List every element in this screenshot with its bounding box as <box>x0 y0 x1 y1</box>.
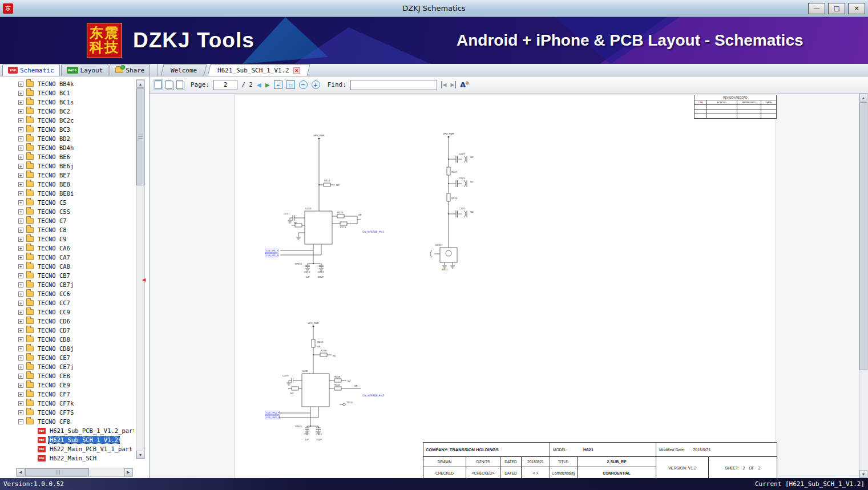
expander-plus-icon[interactable]: + <box>18 401 23 406</box>
expander-plus-icon[interactable]: + <box>18 246 23 251</box>
facing-view-icon[interactable] <box>176 80 183 89</box>
zoom-out-icon[interactable]: − <box>299 80 308 89</box>
tree-folder-item[interactable]: +TECNO BD4h <box>0 143 134 152</box>
close-button[interactable]: × <box>848 3 865 14</box>
tree-folder-item[interactable]: +TECNO BE7 <box>0 171 134 180</box>
expander-plus-icon[interactable]: + <box>18 191 23 196</box>
tree-folder-item[interactable]: +TECNO BC1 <box>0 88 134 98</box>
tree-folder-item[interactable]: +TECNO CE7 <box>0 353 134 362</box>
expander-plus-icon[interactable]: + <box>18 118 23 123</box>
tree-folder-item[interactable]: +TECNO CF7 <box>0 390 134 399</box>
tree-folder-item[interactable]: +TECNO CF7k <box>0 399 134 408</box>
scroll-down-icon[interactable]: ▼ <box>136 451 144 459</box>
expander-plus-icon[interactable]: + <box>18 145 23 151</box>
tree-folder-item[interactable]: +TECNO CD6 <box>0 317 134 326</box>
fit-width-icon[interactable]: ↔ <box>274 80 282 89</box>
find-input[interactable] <box>350 80 437 90</box>
sidebar-vertical-scrollbar[interactable]: ▲ ▼ <box>136 79 145 459</box>
expander-plus-icon[interactable]: + <box>18 164 23 169</box>
expander-plus-icon[interactable]: + <box>18 173 23 178</box>
tree-folder-item[interactable]: +TECNO CE7j <box>0 362 134 371</box>
tree-folder-item[interactable]: +TECNO BC2c <box>0 116 134 125</box>
expander-plus-icon[interactable]: + <box>18 410 23 415</box>
tree-folder-item[interactable]: +TECNO CB7 <box>0 271 134 280</box>
sidebar-splitter-arrow[interactable]: ◀ <box>142 277 146 282</box>
tree-folder-item[interactable]: +TECNO CC9 <box>0 307 134 317</box>
expander-plus-icon[interactable]: + <box>18 273 23 278</box>
expander-plus-icon[interactable]: + <box>18 200 23 205</box>
page-input[interactable] <box>213 80 237 90</box>
tree-folder-item[interactable]: +TECNO CC7 <box>0 298 134 307</box>
tab-layout[interactable]: PADS Layout <box>61 64 109 76</box>
tree-folder-item[interactable]: +TECNO BE8i <box>0 189 134 198</box>
tree-file-item[interactable]: PDFH621_Sub_SCH_1_V1.2 <box>0 435 134 444</box>
tab-share[interactable]: Share <box>110 64 150 76</box>
close-tab-icon[interactable]: × <box>293 67 300 74</box>
scrollbar-thumb[interactable] <box>25 468 89 476</box>
expander-plus-icon[interactable]: + <box>18 319 23 324</box>
tree-folder-item[interactable]: +TECNO BC1s <box>0 98 134 107</box>
maximize-button[interactable]: □ <box>828 3 845 14</box>
tree-folder-item[interactable]: +TECNO C7 <box>0 216 134 225</box>
tree-folder-item[interactable]: +TECNO CA8 <box>0 262 134 271</box>
tree-file-item[interactable]: PDFH622_Main_PCB_V1_1_part p <box>0 444 134 453</box>
pdf-vertical-scrollbar[interactable]: ▲ ▼ <box>859 94 868 478</box>
expander-plus-icon[interactable]: + <box>18 383 23 388</box>
scrollbar-thumb[interactable] <box>859 102 867 370</box>
expander-plus-icon[interactable]: + <box>18 310 23 315</box>
scroll-up-icon[interactable]: ▲ <box>859 94 867 102</box>
expander-plus-icon[interactable]: + <box>18 346 23 351</box>
pdf-viewport[interactable]: VPH_PWRR213NCU202R214R2150RCN_RF5508_PN1… <box>150 94 868 478</box>
continuous-view-icon[interactable] <box>165 80 172 89</box>
expander-plus-icon[interactable]: + <box>18 136 23 141</box>
scrollbar-thumb[interactable] <box>136 88 144 185</box>
tree-folder-item[interactable]: +TECNO C9 <box>0 234 134 244</box>
expander-plus-icon[interactable]: + <box>18 337 23 342</box>
expander-plus-icon[interactable]: + <box>18 291 23 297</box>
tree-folder-item[interactable]: +TECNO BE6 <box>0 152 134 161</box>
tree-folder-item[interactable]: +TECNO CA7 <box>0 253 134 262</box>
tree-folder-item[interactable]: +TECNO CA6 <box>0 244 134 253</box>
expander-plus-icon[interactable]: + <box>18 255 23 260</box>
expander-plus-icon[interactable]: + <box>18 209 23 214</box>
tree-folder-item[interactable]: +TECNO C5S <box>0 207 134 216</box>
expander-plus-icon[interactable]: + <box>18 100 23 105</box>
tree-folder-item[interactable]: +TECNO CF7S <box>0 408 134 417</box>
expander-plus-icon[interactable]: + <box>18 237 23 242</box>
expander-plus-icon[interactable]: + <box>18 218 23 224</box>
expander-plus-icon[interactable]: + <box>18 155 23 160</box>
scroll-up-icon[interactable]: ▲ <box>136 80 144 88</box>
tab-document-active[interactable]: H621_Sub_SCH_1_V1.2 × <box>207 64 310 76</box>
expander-plus-icon[interactable]: + <box>18 109 23 114</box>
previous-page-icon[interactable]: ◀ <box>257 80 261 89</box>
tree-file-item[interactable]: PDFH621_Sub_PCB_1_V1.2_part <box>0 426 134 435</box>
tree-folder-item[interactable]: +TECNO CD7 <box>0 326 134 335</box>
next-page-icon[interactable]: ▶ <box>265 80 270 89</box>
find-previous-icon[interactable]: ◀ <box>441 81 447 88</box>
expander-plus-icon[interactable]: + <box>18 282 23 287</box>
expander-minus-icon[interactable]: − <box>18 419 23 424</box>
tab-schematic[interactable]: PDF Schematic <box>2 64 60 76</box>
expander-plus-icon[interactable]: + <box>18 328 23 333</box>
tree-file-item[interactable]: PDFH622_Main_SCH <box>0 453 134 463</box>
tree-folder-item[interactable]: +TECNO BC3 <box>0 125 134 134</box>
expander-plus-icon[interactable]: + <box>18 264 23 269</box>
expander-plus-icon[interactable]: + <box>18 365 23 370</box>
expander-plus-icon[interactable]: + <box>18 392 23 397</box>
font-size-icon[interactable]: Aa <box>460 80 469 89</box>
minimize-button[interactable]: — <box>808 3 825 14</box>
tree-folder-item[interactable]: +TECNO C5 <box>0 198 134 207</box>
scroll-down-icon[interactable]: ▼ <box>859 470 867 478</box>
zoom-in-icon[interactable]: + <box>312 80 320 89</box>
single-page-view-icon[interactable] <box>155 80 162 89</box>
find-next-icon[interactable]: ▶ <box>450 81 456 88</box>
expander-plus-icon[interactable]: + <box>18 82 23 87</box>
scroll-left-icon[interactable]: ◀ <box>17 468 25 476</box>
tree-folder-item[interactable]: +TECNO C8 <box>0 225 134 234</box>
tree-folder-item[interactable]: +TECNO BC2 <box>0 107 134 116</box>
tree-folder-item[interactable]: +TECNO BB4k <box>0 79 134 88</box>
tree-folder-item[interactable]: +TECNO BE6j <box>0 161 134 171</box>
tree-folder-item[interactable]: −TECNO CF8 <box>0 417 134 426</box>
tree-folder-item[interactable]: +TECNO CD8j <box>0 344 134 353</box>
sidebar-horizontal-scrollbar[interactable]: ◀ ▶ <box>16 468 133 477</box>
